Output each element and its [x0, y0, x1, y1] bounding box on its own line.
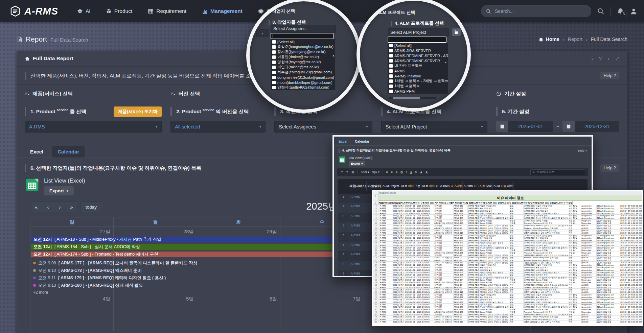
horizontal-scrollbar[interactable]: [389, 97, 436, 99]
menu-requirement[interactable]: Requirement: [148, 8, 186, 14]
calendar-icon[interactable]: [562, 121, 575, 132]
collapse-right-icon[interactable]: ›: [608, 56, 610, 62]
assignee-filter-input[interactable]: [271, 33, 334, 39]
menu-product[interactable]: Product: [106, 8, 132, 14]
calendar-event-item[interactable]: 오전 9:11 [ ARMS-179 ] - [ARMS-REQ] 캐릭터 디자…: [33, 274, 223, 282]
column-letter: M: [394, 191, 396, 195]
assignee-select-open[interactable]: Select Assignees: [271, 25, 336, 33]
expand-icon[interactable]: ⤢: [616, 56, 619, 62]
menu-ai[interactable]: Ai: [77, 8, 90, 14]
option-label: 양형석(hsyang@mz.co.kr): [277, 60, 321, 65]
alm-project-option[interactable]: [Select all]: [388, 43, 448, 48]
calendar-event-item[interactable]: 오전 9:10 [ ARMS-178 ] - [ARMS-REQ] 엑스배너 준…: [33, 267, 223, 274]
checkbox-icon[interactable]: [389, 74, 393, 78]
breadcrumb-report[interactable]: Report: [568, 37, 583, 42]
user-icon[interactable]: [630, 8, 637, 15]
page-title-group: Report Full Data Search: [17, 35, 88, 43]
checkbox-icon[interactable]: [389, 54, 393, 57]
checkbox-icon[interactable]: [272, 81, 276, 84]
alm-project-option[interactable]: 1레벨 프로젝트: [388, 84, 448, 89]
calendar-icon[interactable]: [496, 121, 508, 132]
assignee-option[interactable]: 양형석(hsyang@mz.co.kr): [271, 60, 335, 65]
collapse-down-icon[interactable]: ˅: [599, 56, 602, 62]
calendar-event-item[interactable]: 오전 9:08 [ ARMS-177 ] - [ARMS-REQ] 모니터 뒷쪽…: [33, 259, 223, 267]
checkbox-icon[interactable]: [389, 64, 393, 68]
export-button[interactable]: Export ▾: [44, 186, 74, 195]
alm-project-option[interactable]: ARMS-PHM: [388, 89, 448, 94]
search-submit-icon[interactable]: [597, 8, 604, 15]
assignee-option[interactable]: [Select all]: [271, 39, 335, 44]
checkbox-icon[interactable]: [272, 45, 276, 49]
more-events-link[interactable]: +2 more: [33, 290, 48, 295]
date-to-field[interactable]: 2025-12-31: [562, 121, 619, 132]
global-search[interactable]: [481, 5, 591, 17]
assignee-select[interactable]: Select Assignees ▾: [274, 121, 372, 133]
assignee-option[interactable]: 홍성훈(hongseonghun@mz.co.kr): [271, 44, 335, 49]
row-number: [373, 316, 380, 318]
tab-excel[interactable]: Excel: [25, 146, 49, 158]
checkbox-icon[interactable]: [389, 59, 393, 63]
alm-project-option[interactable]: 1레벨 프로젝트 - 2레벨 프로젝트: [388, 78, 448, 84]
date-from-field[interactable]: 2025-01-01: [496, 121, 553, 132]
assignee-option[interactable]: 이민규(mklee@mz.co.kr): [271, 65, 335, 70]
notifications-button[interactable]: 3: [617, 8, 624, 15]
checkbox-icon[interactable]: [389, 85, 393, 88]
checkbox-icon[interactable]: [272, 86, 276, 89]
alm-project-option[interactable]: A-RMS Initiative: [388, 73, 448, 78]
day-cell[interactable]: 7일: [280, 294, 364, 331]
scroll-up-icon[interactable]: ▲: [332, 54, 335, 57]
search-input[interactable]: [494, 8, 586, 14]
checkbox-icon[interactable]: [389, 90, 393, 93]
alm-project-option[interactable]: 내 칸반 프로젝트: [388, 63, 448, 68]
calendar-event-item[interactable]: 오전 9:13 [ ARMS-180 ] - [ARMS-REQ] 상패 제작 …: [33, 282, 223, 289]
checkbox-icon[interactable]: [389, 79, 393, 83]
collapse-left-icon[interactable]: ‹: [591, 56, 593, 62]
tab-calendar[interactable]: Calendar: [52, 146, 85, 158]
today-button[interactable]: today: [80, 201, 102, 212]
version-select[interactable]: All selected ▾: [170, 121, 266, 133]
alm-project-select-open[interactable]: Select ALM Project: [388, 28, 449, 37]
alm-project-filter-input[interactable]: [388, 37, 446, 43]
date-range: 2025-01-01 ~ 2025-12-31: [496, 121, 619, 132]
day-cell[interactable]: 4일: [30, 294, 114, 331]
checkbox-icon[interactable]: [389, 44, 393, 47]
column-header: ALM 이슈 키: [421, 182, 440, 191]
calendar-nav-button[interactable]: ‹: [42, 201, 54, 212]
checkbox-icon[interactable]: [272, 50, 276, 54]
checkbox-icon[interactable]: [272, 55, 276, 59]
breadcrumb: Home › Report › Full Data Search: [538, 37, 627, 42]
scrollbar-thumb[interactable]: [393, 97, 420, 99]
help-button[interactable]: Help ?: [600, 72, 619, 79]
product-select[interactable]: A-RMS ▾: [25, 121, 162, 133]
checkbox-icon[interactable]: [272, 76, 276, 79]
day-cell[interactable]: 5일: [114, 294, 197, 331]
alm-project-option[interactable]: ARMS-REDMINE-SERVER: [388, 58, 448, 63]
checkbox-icon[interactable]: [389, 69, 393, 73]
calendar-nav-button[interactable]: »: [66, 201, 77, 212]
alm-project-select[interactable]: Select ALM Project ▾: [381, 121, 487, 133]
checkbox-icon[interactable]: [272, 40, 276, 44]
assignee-option[interactable]: 이동민(dmlee@mz.co.kr): [271, 54, 335, 60]
scroll-up-icon[interactable]: ▲: [444, 61, 447, 64]
help-button[interactable]: Help ?: [600, 164, 619, 172]
assignee-option[interactable]: moon(dumbbelloper@gmail.com): [271, 80, 335, 85]
alm-project-option[interactable]: ARMS-REDMINE-SERVER - ARMS-RE: [388, 53, 448, 58]
chevron-down-icon: ▾: [477, 124, 487, 129]
calendar-nav-button[interactable]: «: [30, 201, 42, 212]
logo[interactable]: A-RMS: [9, 5, 58, 17]
alm-project-option[interactable]: ARMS-JIRA-SERVER: [388, 48, 448, 53]
day-cell[interactable]: 6일: [197, 294, 280, 331]
product-reset-button[interactable]: 제품(서비스) 초기화: [114, 106, 162, 117]
breadcrumb-home[interactable]: Home: [538, 37, 559, 42]
checkbox-icon[interactable]: [272, 61, 276, 64]
checkbox-icon[interactable]: [272, 71, 276, 74]
assignee-option[interactable]: 최수현(chltngus129@gmail.com): [271, 70, 335, 75]
assignee-option[interactable]: 장지윤(jiyoonjang@mz.co.kr): [271, 49, 335, 54]
checkbox-icon[interactable]: [272, 66, 276, 69]
menu-management[interactable]: Management: [202, 8, 243, 14]
checkbox-icon[interactable]: [389, 49, 393, 52]
calendar-nav-button[interactable]: ›: [54, 201, 66, 212]
alm-project-option[interactable]: ARMS: [388, 68, 448, 73]
assignee-option[interactable]: 양형석(gudtjr4662@gmail.com): [271, 85, 335, 90]
assignee-option[interactable]: dongmin lee(313cokr@gmail.com): [271, 75, 335, 80]
